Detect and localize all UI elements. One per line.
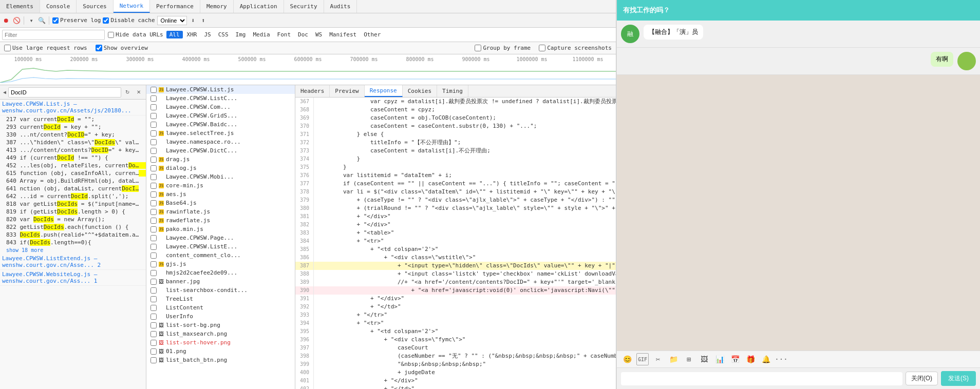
search-result-line-0-4[interactable]: 413 .../content/contents?DocID=" + key="…	[0, 146, 146, 154]
code-line-11[interactable]: 378 var li = $("<div class=\"dataItem\" …	[295, 188, 616, 196]
gift-icon[interactable]: 🎁	[744, 353, 757, 365]
file-list-item-20[interactable]: JSgjs.js	[146, 260, 295, 268]
dots-icon[interactable]: ···	[775, 353, 787, 365]
download-icon[interactable]: ⬇	[189, 16, 197, 25]
details-tab-timing[interactable]: Timing	[437, 85, 468, 97]
code-line-2[interactable]: 369 caseContent = obj.ToCOB(caseContent)…	[295, 114, 616, 122]
filter-type-doc[interactable]: Doc	[295, 31, 311, 38]
tab-audits[interactable]: Audits	[324, 0, 357, 13]
search-icon[interactable]: 🔍	[37, 16, 46, 25]
chat-send-button[interactable]: 发送(S)	[941, 371, 976, 386]
search-result-line-0-12[interactable]: 819 if (getListDocIds.length > 0) {	[0, 208, 146, 216]
refresh-search-button[interactable]: ↻	[122, 87, 133, 98]
file-list-item-11[interactable]: JScore-min.js	[146, 181, 295, 190]
calendar-icon[interactable]: 📅	[729, 353, 741, 365]
file-list-item-1[interactable]: Lawyee.CPWSW.ListC...	[146, 94, 295, 103]
file-list-item-28[interactable]: 🖼list_maxsearch.png	[146, 329, 295, 338]
code-line-28[interactable]: 395 + "<td colspan='2'>"	[295, 327, 616, 336]
filter-type-css[interactable]: CSS	[215, 31, 232, 38]
emoji-icon[interactable]: 😊	[621, 353, 633, 365]
code-line-14[interactable]: 381 + "</div>"	[295, 212, 616, 221]
code-line-19[interactable]: 386 + "<div class=\"wstitle\">"	[295, 254, 616, 262]
upload-icon[interactable]: ⬆	[199, 16, 208, 25]
file-list-item-0[interactable]: JSLawyee.CPWSW.List.js	[146, 85, 295, 94]
record-icon[interactable]: ⏺	[2, 16, 10, 25]
file-list-item-25[interactable]: ListContent	[146, 303, 295, 312]
scissors-icon[interactable]: ✂	[652, 353, 664, 365]
file-list-item-8[interactable]: JSdrag.js	[146, 155, 295, 164]
code-line-6[interactable]: 373 caseContent = datalist[i].不公开理由;	[295, 147, 616, 155]
group-by-frame-checkbox[interactable]: Group by frame	[475, 45, 531, 51]
code-line-7[interactable]: 374 }	[295, 155, 616, 163]
gif-icon[interactable]: GIF	[636, 353, 649, 365]
code-line-8[interactable]: 375 }	[295, 163, 616, 171]
search-result-line-0-11[interactable]: 818 var getListDocIds = $("input[name='c…	[0, 200, 146, 208]
search-result-line-0-14[interactable]: 822 getListDocIds.each(function () {	[0, 223, 146, 231]
code-line-15[interactable]: 382 + "</div>"	[295, 221, 616, 229]
file-list-item-12[interactable]: JSaes.js	[146, 190, 295, 199]
search-back-icon[interactable]: ◀	[2, 89, 7, 95]
file-list-item-24[interactable]: TreeList	[146, 295, 295, 303]
tab-sources[interactable]: Sources	[77, 0, 113, 13]
hide-data-urls-checkbox[interactable]: Hide data URLs	[108, 31, 163, 38]
search-result-file-2[interactable]: Lawyee.CPWSW.WebsiteLog.js — wenshw.cour…	[0, 270, 146, 286]
file-list-item-26[interactable]: UserInfo	[146, 312, 295, 321]
file-list-item-19[interactable]: content_comment_clo...	[146, 251, 295, 260]
search-result-line-0-0[interactable]: 217 var currentDocId = "";	[0, 115, 146, 123]
code-line-0[interactable]: 367 var cpyz = datalist[i].裁判委员投票次 != un…	[295, 98, 616, 106]
search-result-line-0-15[interactable]: 833 DocIds.push(realid+"^"+$dataitem.att…	[0, 231, 146, 239]
filter-type-font[interactable]: Font	[274, 31, 294, 38]
file-list-item-31[interactable]: 🖼list_batch_btn.png	[146, 356, 295, 364]
code-line-5[interactable]: 372 titleInfo = "【不公开理由】";	[295, 139, 616, 147]
tab-application[interactable]: Application	[234, 0, 284, 13]
file-list-item-13[interactable]: JSBase64.js	[146, 199, 295, 207]
capture-screenshots-checkbox[interactable]: Capture screenshots	[539, 45, 612, 51]
timeline-bar[interactable]: 100000 ms 200000 ms 300000 ms 400000 ms …	[0, 54, 616, 85]
tab-performance[interactable]: Performance	[150, 0, 200, 13]
code-line-1[interactable]: 368 caseContent = cpyz;	[295, 106, 616, 114]
code-line-34[interactable]: 401 + "</div>"	[295, 377, 616, 385]
search-result-line-0-1[interactable]: 293 currentDocId = key + "";	[0, 123, 146, 131]
code-line-25[interactable]: 392 + "</td>"	[295, 303, 616, 311]
clear-icon[interactable]: 🚫	[12, 16, 21, 25]
file-list-item-22[interactable]: 🖼banner.jpg	[146, 277, 295, 286]
filter-type-manifest[interactable]: Manifest	[326, 31, 360, 38]
search-result-line-0-10[interactable]: 642 ...id = currentDocId.split(',');	[0, 192, 146, 200]
file-list-item-15[interactable]: JSrawdeflate.js	[146, 216, 295, 225]
code-line-23[interactable]: 390 + "<a href='javascript:void(0)' oncl…	[295, 286, 616, 295]
code-line-12[interactable]: 379 + (caseType != "" ? "<div class=\"aj…	[295, 196, 616, 204]
clear-search-button[interactable]: ✕	[134, 87, 144, 98]
chat-input[interactable]	[621, 372, 902, 385]
filter-type-xhr[interactable]: XHR	[184, 31, 200, 38]
file-list-item-10[interactable]: Lawyee.CPWSW.Mobi...	[146, 172, 295, 181]
filter-type-img[interactable]: Img	[233, 31, 249, 38]
chart-icon[interactable]: 📊	[713, 353, 726, 365]
search-result-line-0-9[interactable]: 641 nction (obj, dataList, currentDocId)…	[0, 185, 146, 192]
tab-elements[interactable]: Elements	[0, 0, 40, 13]
code-line-27[interactable]: 394 + "<tr>"	[295, 319, 616, 327]
file-list-item-21[interactable]: hmjs2d2caefee2de09...	[146, 268, 295, 277]
tab-console[interactable]: Console	[40, 0, 77, 13]
file-list-item-30[interactable]: 🖼01.png	[146, 347, 295, 356]
file-list-item-7[interactable]: Lawyee.CPWSW.DictC...	[146, 146, 295, 155]
code-line-29[interactable]: 396 + "<div class=\"fymc\">"	[295, 336, 616, 344]
search-result-line-0-3[interactable]: 387 ...\"hidden\" class=\"DocIds\" value…	[0, 139, 146, 146]
details-tab-headers[interactable]: Headers	[295, 85, 330, 97]
search-result-line-0-8[interactable]: 640 Array = obj.BuildRFHtml(obj, dataLis…	[0, 177, 146, 185]
search-result-line-0-16[interactable]: 843 if(DocIds.length==0){	[0, 239, 146, 246]
tab-security[interactable]: Security	[284, 0, 324, 13]
details-tab-preview[interactable]: Preview	[330, 85, 364, 97]
code-line-21[interactable]: 388 + "<input class='listck' type='check…	[295, 270, 616, 278]
filter-type-other[interactable]: Other	[361, 31, 384, 38]
online-select[interactable]: Online	[157, 16, 187, 25]
code-line-18[interactable]: 385 + "<td colspan='2'>"	[295, 245, 616, 254]
file-list-item-29[interactable]: 🖼list-sort-hover.png	[146, 338, 295, 347]
search-input[interactable]	[8, 87, 121, 98]
large-rows-checkbox[interactable]: Use large request rows	[4, 45, 87, 51]
file-list-item-18[interactable]: Lawyee.CPWSW.ListE...	[146, 242, 295, 251]
file-list-item-17[interactable]: Lawyee.CPWSW.Page...	[146, 234, 295, 242]
filter-type-js[interactable]: JS	[201, 31, 214, 38]
code-line-24[interactable]: 391 + "</div>"	[295, 295, 616, 303]
code-line-30[interactable]: 397 caseCourt	[295, 344, 616, 352]
bell-icon[interactable]: 🔔	[760, 353, 772, 365]
